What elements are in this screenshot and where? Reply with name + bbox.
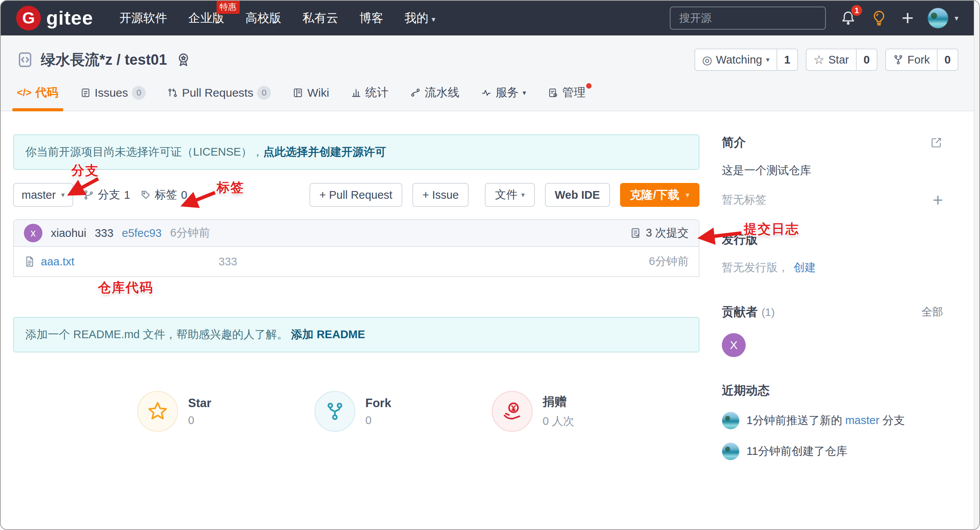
gitee-logo[interactable]: G gitee	[16, 6, 93, 30]
list-item: 11分钟前创建了仓库	[722, 443, 943, 460]
tab-wiki[interactable]: Wiki	[292, 85, 329, 111]
star-button[interactable]: ☆Star 0	[806, 49, 877, 71]
commits-count-link[interactable]: 3 次提交	[630, 225, 689, 241]
pull-request-icon	[167, 87, 178, 98]
star-count[interactable]: 0	[856, 49, 877, 70]
sidebar: 简介 这是一个测试仓库 暂无标签 + 发行版 暂无发行版， 创建 贡献者(1)	[722, 134, 943, 460]
fork-icon	[893, 54, 904, 65]
create-release-link[interactable]: 创建	[793, 260, 816, 275]
commit-time: 6分钟前	[170, 225, 210, 241]
page-title: 绿水長流*z / test01	[41, 50, 167, 70]
web-ide-button[interactable]: Web IDE	[545, 183, 610, 207]
nav-item-private-cloud[interactable]: 私有云	[303, 10, 338, 26]
avatar	[928, 8, 948, 29]
notifications-button[interactable]: 1	[840, 10, 857, 27]
nav-item-mine[interactable]: 我的▾	[405, 10, 435, 26]
table-row[interactable]: aaa.txt 333 6分钟前	[14, 247, 699, 276]
chevron-down-icon: ▾	[432, 15, 435, 23]
nav-item-opensource[interactable]: 开源软件	[119, 10, 167, 26]
tab-code[interactable]: </>代码	[17, 85, 59, 111]
branches-link[interactable]: 分支1	[83, 187, 130, 203]
branch-selector[interactable]: master▾	[13, 183, 73, 207]
file-browser: x xiaohui 333 e5fec93 6分钟前 3 次提交	[13, 219, 699, 277]
add-tag-icon[interactable]: +	[933, 194, 943, 206]
no-releases-text: 暂无发行版，	[722, 260, 789, 275]
file-name-link[interactable]: aaa.txt	[41, 255, 74, 268]
readme-banner: 添加一个 README.md 文件，帮助感兴趣的人了解。 添加 README	[13, 317, 699, 352]
branch-link[interactable]: master	[845, 414, 879, 426]
chevron-down-icon: ▾	[521, 191, 524, 199]
file-commit-message[interactable]: 333	[219, 255, 237, 268]
tags-link[interactable]: 标签0	[140, 187, 187, 203]
commit-sha-link[interactable]: e5fec93	[122, 227, 161, 240]
fork-stat[interactable]: Fork0	[314, 391, 492, 432]
new-repo-plus-icon[interactable]: +	[901, 10, 914, 26]
tab-pull-requests[interactable]: Pull Requests0	[167, 85, 271, 111]
tags-row: 暂无标签 +	[722, 192, 943, 208]
lightbulb-icon[interactable]	[871, 10, 888, 27]
avatar[interactable]	[722, 412, 740, 429]
license-banner-text: 你当前开源项目尚未选择许可证（LICENSE），	[25, 146, 263, 158]
license-banner: 你当前开源项目尚未选择许可证（LICENSE），点此选择并创建开源许可	[13, 134, 699, 170]
edit-icon[interactable]	[930, 136, 943, 149]
tab-pipelines[interactable]: 流水线	[410, 85, 459, 111]
nav-item-education[interactable]: 高校版	[245, 10, 281, 26]
clone-download-button[interactable]: 克隆/下载▾	[620, 183, 699, 207]
annotation-repo-code: 仓库代码	[98, 279, 153, 297]
service-pulse-icon	[481, 87, 492, 98]
tab-services[interactable]: 服务▾	[481, 85, 526, 111]
code-icon: </>	[17, 87, 32, 99]
user-menu[interactable]: ▾	[928, 8, 958, 29]
nav-right-section: 1 + ▾	[670, 7, 958, 30]
list-item: 1分钟前推送了新的 master 分支	[722, 412, 943, 429]
fork-button[interactable]: Fork 0	[885, 49, 958, 71]
avatar[interactable]	[722, 443, 740, 460]
nav-menu: 开源软件 企业版特惠 高校版 私有云 博客 我的▾	[119, 10, 435, 26]
star-stat[interactable]: Star0	[137, 391, 314, 432]
fork-count[interactable]: 0	[937, 49, 958, 70]
branch-toolbar: master▾ 分支1 标签0 + Pull Request + Issue 文…	[13, 183, 699, 207]
contributors-count: (1)	[761, 306, 775, 319]
contributors-section-title: 贡献者(1) 全部	[722, 304, 943, 320]
tab-issues[interactable]: Issues0	[80, 85, 146, 111]
main-column: 你当前开源项目尚未选择许可证（LICENSE），点此选择并创建开源许可 mast…	[13, 134, 699, 460]
repo-tabs: </>代码 Issues0 Pull Requests0 Wiki 统计 流水线…	[16, 85, 958, 111]
notification-dot	[586, 83, 592, 89]
contributor-avatar[interactable]: X	[722, 333, 746, 357]
tab-manage[interactable]: 管理	[548, 85, 585, 111]
donate-stat[interactable]: 捐赠0 人次	[492, 391, 669, 432]
medal-icon[interactable]	[175, 52, 192, 68]
fork-stat-icon	[314, 391, 355, 432]
chevron-down-icon: ▾	[686, 190, 689, 200]
annotation-branch: 分支	[71, 162, 99, 179]
nav-item-blog[interactable]: 博客	[360, 10, 383, 26]
chevron-down-icon: ▾	[766, 55, 770, 64]
commit-log-icon	[630, 227, 641, 239]
new-pull-request-button[interactable]: + Pull Request	[309, 183, 402, 207]
watching-count[interactable]: 1	[777, 49, 797, 70]
latest-commit-bar: x xiaohui 333 e5fec93 6分钟前 3 次提交	[14, 220, 699, 247]
all-contributors-link[interactable]: 全部	[921, 305, 943, 319]
commit-author-avatar[interactable]: x	[24, 224, 42, 242]
tab-statistics[interactable]: 统计	[351, 85, 388, 111]
commit-author[interactable]: xiaohui	[51, 227, 86, 240]
branch-icon	[83, 190, 94, 200]
commit-message[interactable]: 333	[95, 227, 113, 240]
wiki-icon	[292, 87, 303, 98]
issues-count-badge: 0	[132, 86, 146, 100]
top-navbar: G gitee 开源软件 企业版特惠 高校版 私有云 博客 我的▾ 1 +	[1, 1, 974, 35]
create-license-link[interactable]: 点此选择并创建开源许可	[263, 146, 386, 158]
add-readme-link[interactable]: 添加 README	[291, 328, 365, 340]
watch-icon: ◎	[702, 53, 712, 67]
file-menu-button[interactable]: 文件▾	[485, 183, 535, 207]
nav-item-enterprise[interactable]: 企业版特惠	[188, 10, 224, 26]
promo-badge: 特惠	[217, 0, 240, 14]
watching-button[interactable]: ◎Watching▾ 1	[694, 49, 798, 71]
browser-window: G gitee 开源软件 企业版特惠 高校版 私有云 博客 我的▾ 1 +	[0, 0, 980, 530]
scrollbar[interactable]	[974, 1, 979, 529]
search-input[interactable]	[670, 7, 826, 30]
chevron-down-icon: ▾	[955, 13, 958, 23]
new-issue-button[interactable]: + Issue	[412, 183, 469, 207]
notification-badge: 1	[851, 4, 863, 17]
file-commit-time: 6分钟前	[649, 254, 689, 269]
